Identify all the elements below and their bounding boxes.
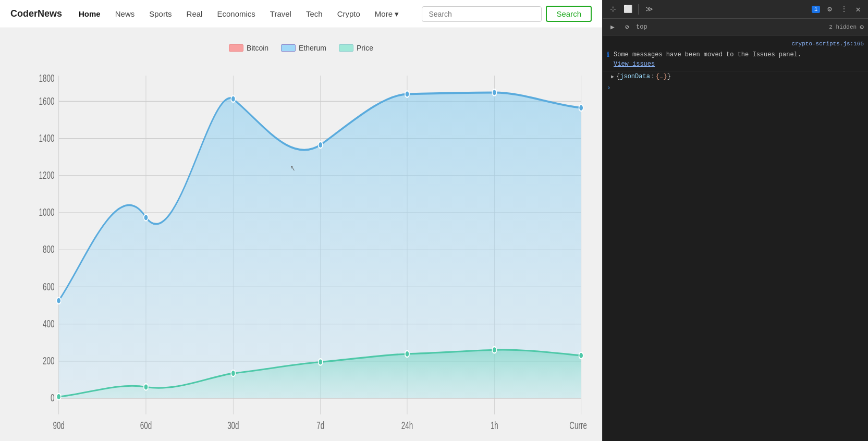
svg-text:1400: 1400 xyxy=(39,132,55,144)
brand: CoderNews xyxy=(10,8,62,19)
etherum-color-swatch xyxy=(281,44,296,52)
svg-text:1800: 1800 xyxy=(39,73,55,84)
svg-text:↖: ↖ xyxy=(290,163,295,173)
legend-etherum: Etherum xyxy=(281,44,326,52)
svg-point-41 xyxy=(144,384,148,390)
close-icon[interactable]: ✕ xyxy=(852,3,864,16)
hidden-count: 2 hidden xyxy=(829,24,857,30)
message-count-badge: 1 xyxy=(812,6,821,13)
source-file-line: crypto-scripts.js:165 xyxy=(603,40,868,48)
devtools-content: crypto-scripts.js:165 ℹ Some messages ha… xyxy=(603,35,868,441)
devtools-subtoolbar: ▶ ⊘ top 2 hidden ⚙ xyxy=(603,19,868,35)
more-label: More xyxy=(375,9,393,18)
object-key: jsonData xyxy=(620,73,650,80)
svg-point-34 xyxy=(144,214,148,220)
svg-point-39 xyxy=(579,105,583,111)
devtools-message-row: ℹ Some messages have been moved to the I… xyxy=(603,48,868,71)
svg-text:60d: 60d xyxy=(140,420,152,431)
console-prompt-row: › xyxy=(603,82,868,94)
svg-point-43 xyxy=(319,359,323,365)
search-area: Search xyxy=(422,6,592,22)
price-color-swatch xyxy=(339,44,353,52)
object-open-brace: { xyxy=(616,73,620,80)
nav-crypto[interactable]: Crypto xyxy=(331,6,366,21)
devtools-message-body: Some messages have been moved to the Iss… xyxy=(614,50,864,69)
message-text: Some messages have been moved to the Iss… xyxy=(614,51,801,58)
search-button[interactable]: Search xyxy=(546,6,592,22)
nav-travel[interactable]: Travel xyxy=(264,6,298,21)
svg-point-33 xyxy=(57,298,61,304)
json-data-object-row[interactable]: ▶ { jsonData : {…} } xyxy=(603,71,868,82)
devtools-toolbar: ⊹ ⬜ ≫ 1 ⚙ ⋮ ✕ xyxy=(603,0,868,19)
svg-text:0: 0 xyxy=(51,393,54,404)
svg-point-40 xyxy=(57,394,61,400)
filter-text[interactable]: top xyxy=(636,23,826,31)
svg-point-44 xyxy=(405,351,409,357)
svg-text:1200: 1200 xyxy=(39,169,55,181)
inspect-icon[interactable]: ⬜ xyxy=(621,3,634,16)
svg-point-38 xyxy=(492,89,496,95)
nav-real[interactable]: Real xyxy=(180,6,209,21)
bitcoin-color-swatch xyxy=(229,44,243,52)
navbar: CoderNews Home News Sports Real Economic… xyxy=(0,0,602,28)
svg-point-35 xyxy=(231,96,235,102)
svg-point-37 xyxy=(405,91,409,97)
nav-home[interactable]: Home xyxy=(72,6,107,21)
console-prompt-icon: › xyxy=(607,84,611,92)
toolbar-divider-1 xyxy=(638,4,639,15)
svg-text:90d: 90d xyxy=(53,420,64,431)
chart-legend: Bitcoin Etherum Price xyxy=(16,44,586,52)
subtoolbar-settings-icon[interactable]: ⚙ xyxy=(860,23,864,31)
svg-text:200: 200 xyxy=(43,355,54,366)
svg-text:Current: Current xyxy=(569,420,586,431)
svg-point-46 xyxy=(579,352,583,359)
nav-tech[interactable]: Tech xyxy=(300,6,329,21)
chart-area: 0 200 400 600 800 1000 1200 1400 1600 18… xyxy=(16,59,586,431)
cursor-icon[interactable]: ⊹ xyxy=(607,3,619,16)
object-colon: : xyxy=(651,73,655,80)
object-value: {…} xyxy=(656,73,667,80)
svg-text:1000: 1000 xyxy=(39,207,55,218)
svg-point-36 xyxy=(319,142,323,148)
block-icon[interactable]: ⊘ xyxy=(621,21,633,33)
legend-price: Price xyxy=(339,44,373,52)
svg-text:30d: 30d xyxy=(227,420,239,431)
info-icon: ℹ xyxy=(607,51,609,59)
gear-icon[interactable]: ⚙ xyxy=(823,3,836,16)
legend-bitcoin: Bitcoin xyxy=(229,44,268,52)
svg-text:600: 600 xyxy=(43,281,54,292)
svg-text:24h: 24h xyxy=(401,420,413,431)
crypto-chart: 0 200 400 600 800 1000 1200 1400 1600 18… xyxy=(16,59,586,431)
svg-text:400: 400 xyxy=(43,318,54,329)
bitcoin-label: Bitcoin xyxy=(247,44,268,52)
svg-point-45 xyxy=(492,347,496,353)
chevron-right-icon[interactable]: ≫ xyxy=(643,3,655,16)
vertical-dots-icon[interactable]: ⋮ xyxy=(838,3,850,16)
svg-point-42 xyxy=(231,370,235,376)
view-issues-link[interactable]: View issues xyxy=(614,60,655,68)
svg-text:800: 800 xyxy=(43,244,54,255)
price-label: Price xyxy=(357,44,373,52)
devtools-panel: ⊹ ⬜ ≫ 1 ⚙ ⋮ ✕ ▶ ⊘ top 2 hidden ⚙ crypto-… xyxy=(602,0,868,441)
etherum-label: Etherum xyxy=(299,44,326,52)
expand-triangle-icon: ▶ xyxy=(611,74,614,80)
chevron-down-icon: ▾ xyxy=(395,9,399,19)
nav-news[interactable]: News xyxy=(109,6,141,21)
source-file-link[interactable]: crypto-scripts.js:165 xyxy=(791,41,864,47)
search-input[interactable] xyxy=(422,6,542,22)
svg-text:1h: 1h xyxy=(491,420,498,431)
nav-economics[interactable]: Economics xyxy=(211,6,261,21)
chart-container: Bitcoin Etherum Price xyxy=(0,28,602,441)
main-page: CoderNews Home News Sports Real Economic… xyxy=(0,0,602,441)
play-icon[interactable]: ▶ xyxy=(607,21,618,33)
nav-sports[interactable]: Sports xyxy=(143,6,178,21)
nav-links: Home News Sports Real Economics Travel T… xyxy=(72,6,422,22)
svg-text:7d: 7d xyxy=(316,420,324,431)
svg-text:1600: 1600 xyxy=(39,95,55,107)
object-close-brace: } xyxy=(667,73,671,80)
nav-more-dropdown[interactable]: More ▾ xyxy=(369,6,405,22)
